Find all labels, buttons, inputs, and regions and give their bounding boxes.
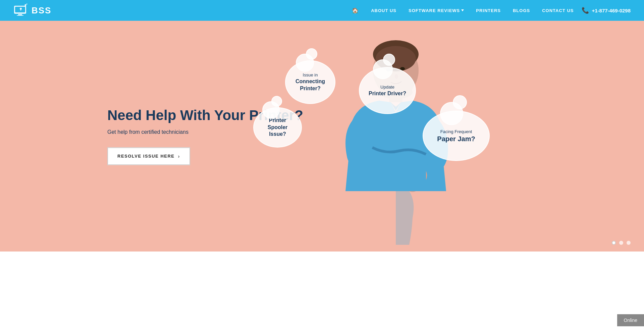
slider-dots: [612, 241, 631, 245]
svg-point-5: [20, 8, 22, 10]
main-nav: 🏠 ABOUT US SOFTWARE REVIEWS PRINTERS BLO…: [352, 7, 574, 14]
resolve-btn-label: RESOLVE ISSUE HERE: [117, 154, 175, 159]
logo-area[interactable]: BSS: [13, 3, 51, 18]
bubble-connecting-small: Issue in: [303, 72, 318, 78]
phone-number: +1-877-469-0298: [592, 8, 631, 13]
nav-home[interactable]: 🏠: [352, 7, 359, 14]
svg-rect-18: [366, 164, 426, 191]
slider-dot-3[interactable]: [627, 241, 631, 245]
bubble-paperjam-large: Paper Jam?: [437, 135, 475, 143]
arrow-right-icon: ›: [178, 154, 180, 159]
phone-icon: 📞: [582, 7, 589, 14]
logo-text: BSS: [32, 5, 51, 16]
bubble-driver-small: Update: [380, 84, 394, 90]
nav-software-reviews[interactable]: SOFTWARE REVIEWS: [409, 8, 464, 13]
slider-dot-2[interactable]: [619, 241, 623, 245]
resolve-issue-button[interactable]: RESOLVE ISSUE HERE ›: [107, 148, 190, 165]
nav-about[interactable]: ABOUT US: [371, 8, 396, 13]
header: BSS 🏠 ABOUT US SOFTWARE REVIEWS PRINTERS…: [0, 0, 644, 21]
svg-point-6: [25, 4, 26, 6]
bubble-driver: Update Printer Driver?: [359, 67, 416, 114]
nav-blogs[interactable]: BLOGS: [513, 8, 530, 13]
bubble-connecting: Issue in ConnectingPrinter?: [285, 60, 335, 104]
slider-dot-1[interactable]: [612, 241, 616, 245]
nav-printers[interactable]: PRINTERS: [476, 8, 501, 13]
bubble-driver-large: Printer Driver?: [369, 90, 406, 97]
bubble-spooler: PrinterSpooler Issue?: [253, 107, 302, 148]
bubble-connecting-large: ConnectingPrinter?: [296, 78, 325, 92]
chevron-down-icon: [461, 9, 464, 11]
hero-section: Need Help With Your Printer? Get help fr…: [0, 21, 644, 252]
bubble-paperjam: Facing Frequent Paper Jam?: [423, 111, 490, 161]
logo-icon: [13, 3, 28, 18]
svg-rect-1: [15, 7, 25, 12]
phone-area[interactable]: 📞 +1-877-469-0298: [582, 7, 631, 14]
svg-rect-3: [17, 15, 23, 16]
svg-point-7: [26, 4, 28, 5]
nav-contact[interactable]: CONTACT US: [542, 8, 574, 13]
bubble-spooler-large: PrinterSpooler Issue?: [259, 117, 296, 138]
bubble-paperjam-small: Facing Frequent: [440, 129, 472, 135]
